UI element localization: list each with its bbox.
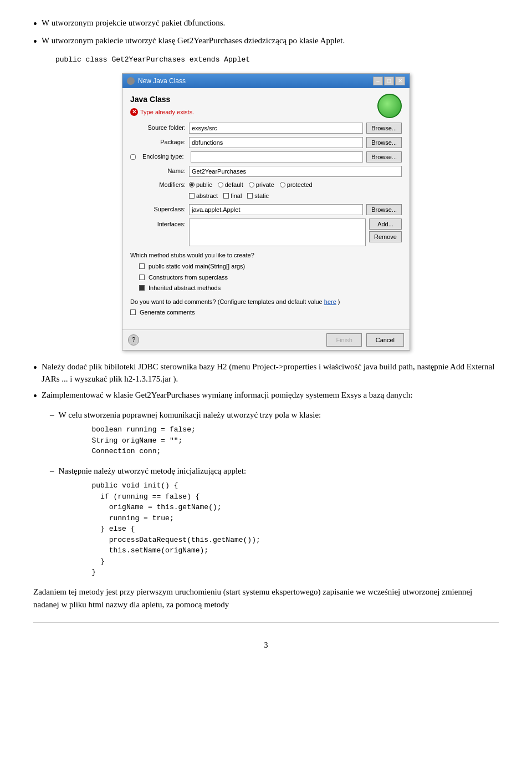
remove-interface-button[interactable]: Remove [369, 231, 402, 242]
bullet-dot-3: • [33, 360, 37, 375]
add-interface-button[interactable]: Add... [369, 219, 402, 230]
modifier-public[interactable]: public [189, 180, 212, 190]
dialog-app-icon [127, 77, 135, 85]
enclosing-browse-button[interactable]: Browse... [366, 151, 402, 163]
minimize-button[interactable]: – [373, 77, 383, 85]
titlebar-left: New Java Class [127, 76, 186, 86]
modifier-radio-group: public default private protected [189, 180, 313, 190]
interfaces-list[interactable] [189, 219, 366, 246]
name-label: Name: [130, 166, 186, 176]
abstract-checkbox-icon [189, 193, 195, 199]
generate-comments-item[interactable]: Generate comments [130, 308, 402, 317]
method-stubs-section: Which method stubs would you like to cre… [130, 251, 402, 293]
dash-content-1: W celu stworzenia poprawnej komunikacji … [59, 409, 321, 460]
package-input[interactable] [189, 137, 363, 148]
dash-1: – [50, 409, 54, 422]
error-icon: ✕ [130, 108, 138, 116]
modifier-protected[interactable]: protected [280, 180, 313, 190]
dialog-header-left: Java Class ✕ Type already exists. [130, 94, 194, 117]
comments-section: Do you want to add comments? (Configure … [130, 297, 402, 317]
package-browse-button[interactable]: Browse... [366, 137, 402, 148]
enclosing-type-input[interactable] [191, 151, 364, 163]
modifiers-label: Modifiers: [130, 180, 186, 190]
stub1-item[interactable]: public static void main(String[] args) [139, 262, 402, 271]
bullet-dot-1: • [33, 17, 37, 31]
stub3-item[interactable]: Inherited abstract methods [139, 283, 402, 293]
dialog-header: Java Class ✕ Type already exists. [130, 94, 402, 118]
error-message: ✕ Type already exists. [130, 108, 194, 117]
bottom-bullets: • Należy dodać plik bibiloteki JDBC ster… [33, 360, 499, 403]
abstract-checkbox-item[interactable]: abstract [189, 191, 218, 201]
summary-paragraph: Zadaniem tej metody jest przy pierwszym … [33, 586, 499, 612]
stub3-checkbox [139, 285, 145, 291]
dialog-body: Java Class ✕ Type already exists. Source… [122, 88, 410, 329]
source-folder-browse-button[interactable]: Browse... [366, 123, 402, 134]
dialog-class-heading: Java Class [130, 94, 194, 105]
name-input[interactable] [189, 166, 402, 177]
cancel-button[interactable]: Cancel [366, 333, 404, 347]
finish-button[interactable]: Finish [326, 333, 361, 347]
package-row: Package: Browse... [130, 137, 402, 148]
titlebar-controls[interactable]: – □ ✕ [373, 77, 405, 85]
code-block-2: public void init() { if (running == fals… [92, 480, 260, 578]
enclosing-type-row: Enclosing type: Browse... [130, 151, 402, 163]
dialog-title: New Java Class [138, 76, 186, 86]
code-block-1: boolean running = false; String origName… [92, 424, 321, 457]
dialog-footer: ? Finish Cancel [122, 329, 410, 350]
static-checkbox-item[interactable]: static [247, 191, 269, 201]
static-checkbox-icon [247, 193, 253, 199]
final-checkbox-icon [223, 193, 229, 199]
dialog-titlebar: New Java Class – □ ✕ [122, 74, 410, 88]
stub2-item[interactable]: Constructors from superclass [139, 273, 402, 282]
method-stubs-question: Which method stubs would you like to cre… [130, 251, 402, 260]
dialog-wrapper: New Java Class – □ ✕ Java Class ✕ Type a… [33, 73, 499, 351]
source-folder-label: Source folder: [130, 123, 186, 133]
interfaces-buttons: Add... Remove [369, 219, 402, 242]
superclass-input[interactable] [189, 204, 363, 215]
bullet-dot-4: • [33, 389, 37, 403]
radio-private-icon [249, 182, 254, 187]
bullet-dot-2: • [33, 34, 37, 49]
top-bullets: • W utworzonym projekcie utworzyć pakiet… [33, 17, 499, 49]
enclosing-type-checkbox[interactable] [130, 154, 136, 160]
bullet-item-1: • W utworzonym projekcie utworzyć pakiet… [33, 17, 499, 31]
modifiers-row: Modifiers: public default private [130, 180, 402, 190]
maximize-button[interactable]: □ [384, 77, 394, 85]
modifier-private[interactable]: private [249, 180, 274, 190]
superclass-browse-button[interactable]: Browse... [366, 204, 402, 215]
dash-item-2: – Następnie należy utworzyć metodę inicj… [50, 465, 499, 581]
new-java-class-dialog: New Java Class – □ ✕ Java Class ✕ Type a… [122, 73, 410, 351]
dash-content-2: Następnie należy utworzyć metodę inicjal… [59, 465, 260, 581]
dash-list: – W celu stworzenia poprawnej komunikacj… [50, 409, 499, 581]
bullet-item-3: • Należy dodać plik bibiloteki JDBC ster… [33, 360, 499, 385]
enclosing-type-label: Enclosing type: [142, 152, 184, 161]
eclipse-logo [377, 94, 402, 118]
comments-link[interactable]: here [324, 298, 336, 305]
radio-public-icon [189, 182, 195, 187]
name-row: Name: [130, 166, 402, 177]
help-button[interactable]: ? [128, 334, 139, 346]
bullet-text-1: W utworzonym projekcie utworzyć pakiet d… [42, 17, 225, 29]
page-number: 3 [33, 639, 499, 651]
interfaces-section: Interfaces: Add... Remove [130, 219, 402, 246]
dash-item-1: – W celu stworzenia poprawnej komunikacj… [50, 409, 499, 460]
source-folder-row: Source folder: Browse... [130, 123, 402, 134]
superclass-row: Superclass: Browse... [130, 204, 402, 215]
modifier-default[interactable]: default [218, 180, 243, 190]
comments-question: Do you want to add comments? (Configure … [130, 297, 402, 307]
radio-default-icon [218, 182, 223, 187]
bullet-item-4: • Zaimplementować w klasie Get2YearPurch… [33, 389, 499, 403]
interfaces-label: Interfaces: [130, 219, 186, 229]
superclass-label: Superclass: [130, 205, 186, 214]
close-button[interactable]: ✕ [395, 77, 405, 85]
generate-comments-checkbox [130, 309, 136, 315]
radio-protected-icon [280, 182, 285, 187]
final-checkbox-item[interactable]: final [223, 191, 242, 201]
abstract-final-static-row: abstract final static [189, 191, 402, 201]
error-text: Type already exists. [140, 108, 194, 117]
code-class-declaration: public class Get2YearPurchases extends A… [55, 54, 499, 65]
source-folder-input[interactable] [189, 123, 363, 134]
bullet-text-2: W utworzonym pakiecie utworzyć klasę Get… [42, 34, 345, 47]
package-label: Package: [130, 138, 186, 147]
separator-line [33, 622, 499, 623]
